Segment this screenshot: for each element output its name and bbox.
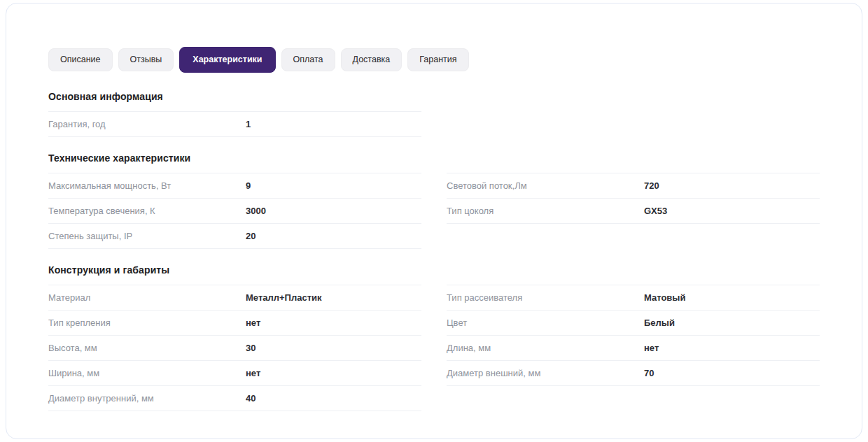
tab-bar: Описание Отзывы Характеристики Оплата До… <box>48 47 820 73</box>
tab-description[interactable]: Описание <box>48 48 113 71</box>
tab-payment[interactable]: Оплата <box>281 48 335 71</box>
spec-value: 70 <box>644 368 820 378</box>
spec-row-warranty-years: Гарантия, год 1 <box>48 112 421 137</box>
section-construction: Конструкция и габариты Материал Металл+П… <box>48 264 820 411</box>
spec-label: Длина, мм <box>447 343 644 353</box>
spec-row-inner-diameter: Диаметр внутренний, мм 40 <box>48 386 421 411</box>
spec-label: Степень защиты, IP <box>48 231 246 241</box>
spec-value: нет <box>246 368 421 378</box>
spec-label: Материал <box>48 292 246 303</box>
tab-warranty[interactable]: Гарантия <box>407 48 468 71</box>
spec-value: Матовый <box>644 292 820 303</box>
spec-row-color: Цвет Белый <box>447 311 820 336</box>
spec-columns: Максимальная мощность, Вт 9 Температура … <box>48 173 820 249</box>
spec-value: 720 <box>644 180 820 191</box>
spec-label: Тип рассеивателя <box>447 292 644 303</box>
spec-value: Белый <box>644 318 820 328</box>
tab-characteristics[interactable]: Характеристики <box>179 47 275 73</box>
spec-column-right: Световой поток,Лм 720 Тип цоколя GX53 <box>447 173 820 249</box>
spec-row-length: Длина, мм нет <box>447 336 820 361</box>
section-title-construction: Конструкция и габариты <box>48 264 820 276</box>
spec-value: Металл+Пластик <box>246 292 421 303</box>
characteristics-content: Описание Отзывы Характеристики Оплата До… <box>6 3 862 411</box>
spec-value: 3000 <box>246 206 421 216</box>
section-technical: Технические характеристики Максимальная … <box>48 152 820 249</box>
spec-row-diffuser-type: Тип рассеивателя Матовый <box>447 285 820 311</box>
spec-value: GX53 <box>644 206 820 216</box>
spec-label: Световой поток,Лм <box>447 180 644 191</box>
spec-label: Температура свечения, К <box>48 206 246 216</box>
spec-value: 20 <box>246 231 421 241</box>
spec-row-luminous-flux: Световой поток,Лм 720 <box>447 173 820 199</box>
spec-label: Максимальная мощность, Вт <box>48 180 246 191</box>
product-details-card: Описание Отзывы Характеристики Оплата До… <box>6 3 862 439</box>
spec-row-color-temperature: Температура свечения, К 3000 <box>48 199 421 224</box>
section-basic-info: Основная информация Гарантия, год 1 <box>48 91 820 137</box>
spec-columns: Гарантия, год 1 <box>48 111 820 137</box>
tab-reviews[interactable]: Отзывы <box>118 48 174 71</box>
spec-label: Гарантия, год <box>48 119 246 129</box>
spec-row-socket-type: Тип цоколя GX53 <box>447 199 820 224</box>
spec-label: Диаметр внутренний, мм <box>48 393 246 404</box>
spec-label: Высота, мм <box>48 343 246 353</box>
tab-delivery[interactable]: Доставка <box>341 48 402 71</box>
spec-value: нет <box>644 343 820 353</box>
spec-label: Тип крепления <box>48 318 246 328</box>
spec-row-ip-rating: Степень защиты, IP 20 <box>48 224 421 249</box>
spec-label: Ширина, мм <box>48 368 246 378</box>
spec-column-left: Максимальная мощность, Вт 9 Температура … <box>48 173 421 249</box>
spec-label: Тип цоколя <box>447 206 644 216</box>
spec-row-mount-type: Тип крепления нет <box>48 311 421 336</box>
spec-row-height: Высота, мм 30 <box>48 336 421 361</box>
spec-column-right: Тип рассеивателя Матовый Цвет Белый Длин… <box>447 285 820 411</box>
spec-row-outer-diameter: Диаметр внешний, мм 70 <box>447 361 820 386</box>
section-title-basic-info: Основная информация <box>48 91 820 102</box>
spec-label: Цвет <box>447 318 644 328</box>
spec-column-left: Гарантия, год 1 <box>48 111 421 137</box>
spec-value: 1 <box>246 119 421 129</box>
spec-column-right <box>447 111 820 137</box>
spec-row-material: Материал Металл+Пластик <box>48 285 421 311</box>
spec-value: 40 <box>246 393 421 404</box>
spec-columns: Материал Металл+Пластик Тип крепления не… <box>48 285 820 411</box>
spec-value: 30 <box>246 343 421 353</box>
spec-value: 9 <box>246 180 421 191</box>
spec-value: нет <box>246 318 421 328</box>
spec-label: Диаметр внешний, мм <box>447 368 644 378</box>
section-title-technical: Технические характеристики <box>48 152 820 164</box>
spec-column-left: Материал Металл+Пластик Тип крепления не… <box>48 285 421 411</box>
spec-row-width: Ширина, мм нет <box>48 361 421 386</box>
spec-row-max-power: Максимальная мощность, Вт 9 <box>48 173 421 199</box>
